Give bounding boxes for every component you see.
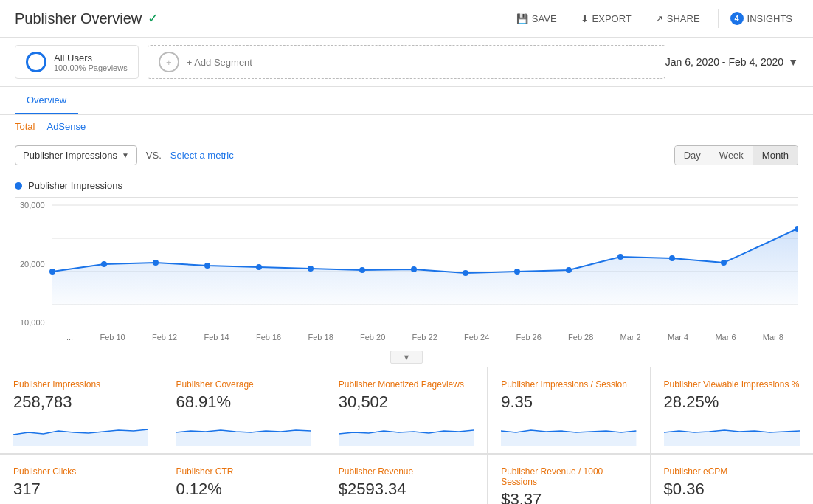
sparkline-coverage — [176, 416, 311, 446]
verified-icon: ✓ — [148, 10, 159, 27]
x-label-5: Feb 18 — [308, 333, 333, 342]
chart-area: Publisher Impressions 30,000 20,000 10,0… — [0, 173, 813, 367]
metric-label-clicks[interactable]: Publisher Clicks — [13, 466, 148, 477]
x-label-10: Feb 28 — [568, 333, 593, 342]
share-button[interactable]: ↗ SHARE — [649, 10, 706, 27]
day-button[interactable]: Day — [675, 146, 710, 165]
metric-card-viewable: Publisher Viewable Impressions % 28.25% — [651, 367, 813, 454]
metric-card-coverage: Publisher Coverage 68.91% — [162, 367, 325, 454]
x-label-9: Feb 26 — [516, 333, 542, 342]
segment-name: All Users — [54, 52, 128, 63]
metric-value-viewable: 28.25% — [664, 393, 800, 412]
metric-value-revenue: $2593.34 — [339, 480, 474, 499]
segment-circle — [26, 52, 46, 72]
svg-point-13 — [514, 269, 520, 275]
metric-value-coverage: 68.91% — [176, 393, 311, 412]
sparkline-monetized — [339, 416, 474, 446]
export-button[interactable]: ⬇ EXPORT — [575, 10, 637, 27]
share-icon: ↗ — [655, 13, 663, 24]
tabs-bar: Overview — [0, 87, 813, 115]
metric-label-coverage[interactable]: Publisher Coverage — [176, 379, 311, 390]
tab-overview[interactable]: Overview — [15, 87, 78, 114]
page-title: Publisher Overview ✓ — [15, 10, 511, 27]
expand-chart-button[interactable]: ▼ — [390, 351, 423, 364]
metric-label-impressions[interactable]: Publisher Impressions — [13, 379, 148, 390]
metric-card-clicks: Publisher Clicks 317 — [0, 455, 162, 504]
week-button[interactable]: Week — [710, 146, 753, 165]
add-circle-icon: + — [159, 52, 179, 72]
metric-label-ctr[interactable]: Publisher CTR — [176, 466, 311, 477]
select-metric-link[interactable]: Select a metric — [170, 150, 234, 161]
x-label-0: ... — [66, 333, 73, 342]
metric-card-imp-session: Publisher Impressions / Session 9.35 — [488, 367, 650, 454]
sparkline-impressions — [13, 416, 148, 446]
metric-value-ecpm: $0.36 — [664, 480, 800, 499]
x-label-1: Feb 10 — [100, 333, 125, 342]
metrics-grid-row1: Publisher Impressions 258,783 Publisher … — [0, 367, 813, 454]
svg-point-4 — [49, 269, 55, 275]
svg-point-11 — [411, 266, 417, 272]
segment-sub: 100.00% Pageviews — [54, 63, 128, 72]
insights-badge: 4 — [730, 12, 744, 25]
save-button[interactable]: 💾 SAVE — [511, 10, 563, 27]
metric-value-monetized: 30,502 — [339, 393, 474, 412]
y-label-top: 30,000 — [20, 201, 45, 210]
svg-point-10 — [359, 267, 365, 273]
svg-point-9 — [308, 266, 314, 272]
metric-card-monetized: Publisher Monetized Pageviews 30,502 — [325, 367, 488, 454]
metric-value-imp-session: 9.35 — [501, 393, 636, 412]
time-period-buttons: Day Week Month — [674, 145, 798, 165]
add-segment-label: + Add Segment — [187, 57, 252, 68]
header-actions: 💾 SAVE ⬇ EXPORT ↗ SHARE 4 INSIGHTS — [511, 9, 798, 28]
x-label-13: Mar 6 — [715, 333, 736, 342]
metric-card-revenue: Publisher Revenue $2593.34 — [325, 455, 488, 504]
sparkline-viewable — [664, 416, 800, 446]
all-users-segment[interactable]: All Users 100.00% Pageviews — [15, 45, 139, 79]
chart-controls: Publisher Impressions ▼ VS. Select a met… — [0, 138, 813, 173]
export-icon: ⬇ — [581, 13, 589, 24]
chart-legend: Publisher Impressions — [15, 180, 798, 191]
title-text: Publisher Overview — [15, 10, 142, 27]
x-axis-labels: ... Feb 10 Feb 12 Feb 14 Feb 16 Feb 18 F… — [15, 330, 798, 348]
month-button[interactable]: Month — [753, 146, 798, 165]
legend-dot — [15, 182, 22, 190]
x-label-3: Feb 14 — [204, 333, 229, 342]
chevron-down-icon: ▼ — [122, 151, 129, 159]
metric-card-rev-sessions: Publisher Revenue / 1000 Sessions $3.37 — [488, 455, 650, 504]
metric-card-ctr: Publisher CTR 0.12% — [162, 455, 325, 504]
metric-dropdown[interactable]: Publisher Impressions ▼ — [15, 145, 137, 165]
chart-expand: ▼ — [15, 348, 798, 367]
metric-card-impressions: Publisher Impressions 258,783 — [0, 367, 162, 454]
sub-tab-total[interactable]: Total — [15, 121, 35, 132]
metric-label-imp-session[interactable]: Publisher Impressions / Session — [501, 379, 636, 390]
chart-svg — [15, 198, 798, 316]
x-label-6: Feb 20 — [360, 333, 385, 342]
metric-value-ctr: 0.12% — [176, 480, 311, 499]
x-label-2: Feb 12 — [152, 333, 177, 342]
segment-bar: All Users 100.00% Pageviews + + Add Segm… — [0, 38, 813, 87]
x-label-12: Mar 4 — [668, 333, 688, 342]
metric-value-clicks: 317 — [13, 480, 148, 499]
x-label-4: Feb 16 — [256, 333, 281, 342]
metric-value-impressions: 258,783 — [13, 393, 148, 412]
x-label-11: Mar 2 — [620, 333, 641, 342]
metric-label-rev-sessions[interactable]: Publisher Revenue / 1000 Sessions — [501, 466, 636, 487]
metric-label-viewable[interactable]: Publisher Viewable Impressions % — [664, 379, 800, 390]
sub-tab-adsense[interactable]: AdSense — [46, 121, 86, 132]
insights-button[interactable]: 4 INSIGHTS — [718, 9, 798, 28]
add-segment-button[interactable]: + + Add Segment — [148, 45, 665, 79]
svg-point-12 — [463, 270, 468, 276]
metrics-grid-row2: Publisher Clicks 317 Publisher CTR 0.12%… — [0, 454, 813, 504]
chart-container: 30,000 20,000 10,000 — [15, 197, 798, 330]
metric-value-rev-sessions: $3.37 — [501, 490, 636, 504]
y-axis-labels: 30,000 20,000 10,000 — [15, 198, 49, 330]
date-range-picker[interactable]: Jan 6, 2020 - Feb 4, 2020 ▼ — [665, 56, 798, 68]
sparkline-imp-session — [501, 416, 636, 446]
metric-label-revenue[interactable]: Publisher Revenue — [339, 466, 474, 477]
y-label-bot: 10,000 — [20, 318, 45, 327]
svg-point-6 — [153, 260, 159, 266]
x-label-14: Mar 8 — [763, 333, 783, 342]
metric-label-ecpm[interactable]: Publisher eCPM — [664, 466, 800, 477]
metric-label-monetized[interactable]: Publisher Monetized Pageviews — [339, 379, 474, 390]
svg-point-17 — [721, 260, 727, 266]
